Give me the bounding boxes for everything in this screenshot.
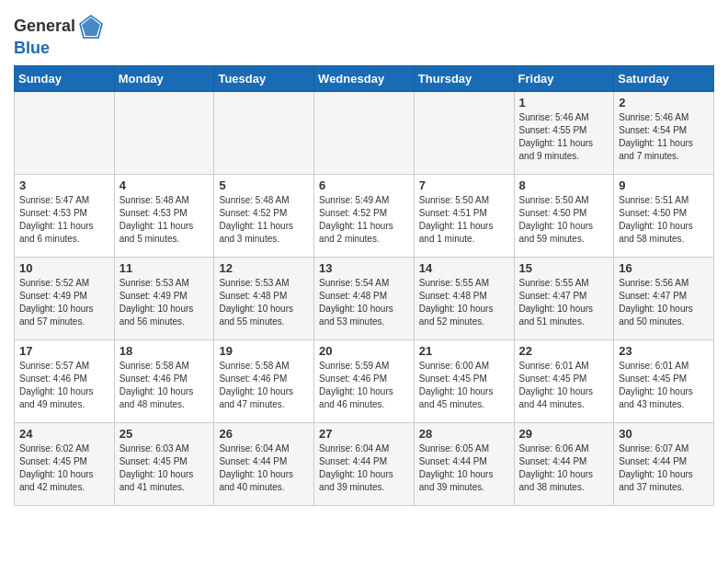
day-info: Sunrise: 5:54 AM Sunset: 4:48 PM Dayligh… [319, 277, 409, 328]
day-info: Sunrise: 5:56 AM Sunset: 4:47 PM Dayligh… [619, 277, 709, 328]
day-info: Sunrise: 5:46 AM Sunset: 4:54 PM Dayligh… [619, 111, 709, 163]
calendar-day-cell: 25Sunrise: 6:03 AM Sunset: 4:45 PM Dayli… [114, 422, 214, 505]
day-number: 19 [219, 344, 309, 358]
weekday-header: Saturday [614, 65, 714, 91]
header: General Blue [14, 9, 714, 58]
calendar-day-cell: 9Sunrise: 5:51 AM Sunset: 4:50 PM Daylig… [614, 174, 714, 257]
day-number: 3 [19, 178, 109, 192]
day-info: Sunrise: 6:04 AM Sunset: 4:44 PM Dayligh… [319, 442, 409, 494]
calendar-day-cell: 6Sunrise: 5:49 AM Sunset: 4:52 PM Daylig… [314, 174, 415, 257]
calendar-day-cell: 27Sunrise: 6:04 AM Sunset: 4:44 PM Dayli… [314, 422, 415, 505]
day-number: 13 [319, 261, 409, 275]
calendar-day-cell: 5Sunrise: 5:48 AM Sunset: 4:52 PM Daylig… [214, 174, 314, 257]
day-info: Sunrise: 5:58 AM Sunset: 4:46 PM Dayligh… [219, 360, 309, 411]
calendar-day-cell: 7Sunrise: 5:50 AM Sunset: 4:51 PM Daylig… [414, 174, 514, 257]
day-number: 26 [219, 427, 309, 441]
calendar-day-cell: 19Sunrise: 5:58 AM Sunset: 4:46 PM Dayli… [214, 339, 314, 422]
calendar-week-row: 10Sunrise: 5:52 AM Sunset: 4:49 PM Dayli… [15, 257, 714, 339]
day-info: Sunrise: 5:47 AM Sunset: 4:53 PM Dayligh… [19, 194, 109, 246]
logo: General Blue [14, 14, 104, 58]
day-info: Sunrise: 6:01 AM Sunset: 4:45 PM Dayligh… [519, 360, 609, 411]
day-info: Sunrise: 6:07 AM Sunset: 4:44 PM Dayligh… [619, 442, 709, 494]
weekday-header: Sunday [15, 65, 115, 91]
weekday-header: Friday [514, 65, 614, 91]
day-number: 4 [119, 178, 210, 192]
calendar-day-cell: 29Sunrise: 6:06 AM Sunset: 4:44 PM Dayli… [514, 422, 614, 505]
day-info: Sunrise: 5:50 AM Sunset: 4:51 PM Dayligh… [419, 194, 509, 246]
day-number: 25 [119, 427, 210, 441]
calendar-day-cell [114, 91, 214, 174]
calendar-day-cell: 8Sunrise: 5:50 AM Sunset: 4:50 PM Daylig… [514, 174, 614, 257]
calendar-day-cell: 4Sunrise: 5:48 AM Sunset: 4:53 PM Daylig… [114, 174, 214, 257]
day-number: 9 [619, 178, 709, 192]
calendar-day-cell: 11Sunrise: 5:53 AM Sunset: 4:49 PM Dayli… [114, 257, 214, 339]
calendar-day-cell: 14Sunrise: 5:55 AM Sunset: 4:48 PM Dayli… [414, 257, 514, 339]
day-info: Sunrise: 6:01 AM Sunset: 4:45 PM Dayligh… [619, 360, 709, 411]
weekday-header: Thursday [414, 65, 514, 91]
calendar-day-cell [15, 91, 115, 174]
day-info: Sunrise: 5:48 AM Sunset: 4:52 PM Dayligh… [219, 194, 309, 246]
day-info: Sunrise: 6:02 AM Sunset: 4:45 PM Dayligh… [19, 442, 109, 494]
day-number: 14 [419, 261, 509, 275]
day-number: 16 [619, 261, 709, 275]
calendar-day-cell: 21Sunrise: 6:00 AM Sunset: 4:45 PM Dayli… [414, 339, 514, 422]
calendar-day-cell: 12Sunrise: 5:53 AM Sunset: 4:48 PM Dayli… [214, 257, 314, 339]
page: General Blue SundayMondayTuesdayWednesda… [0, 0, 728, 520]
day-number: 15 [519, 261, 609, 275]
day-number: 11 [119, 261, 210, 275]
day-number: 29 [519, 427, 609, 441]
day-number: 28 [419, 427, 509, 441]
day-number: 17 [19, 344, 109, 358]
calendar-day-cell: 1Sunrise: 5:46 AM Sunset: 4:55 PM Daylig… [514, 91, 614, 174]
calendar-day-cell: 15Sunrise: 5:55 AM Sunset: 4:47 PM Dayli… [514, 257, 614, 339]
day-number: 2 [619, 96, 709, 109]
calendar-day-cell: 18Sunrise: 5:58 AM Sunset: 4:46 PM Dayli… [114, 339, 214, 422]
day-info: Sunrise: 6:05 AM Sunset: 4:44 PM Dayligh… [419, 442, 509, 494]
day-number: 10 [19, 261, 109, 275]
day-info: Sunrise: 5:52 AM Sunset: 4:49 PM Dayligh… [19, 277, 109, 328]
calendar-day-cell: 3Sunrise: 5:47 AM Sunset: 4:53 PM Daylig… [15, 174, 115, 257]
calendar-day-cell: 26Sunrise: 6:04 AM Sunset: 4:44 PM Dayli… [214, 422, 314, 505]
calendar-day-cell: 16Sunrise: 5:56 AM Sunset: 4:47 PM Dayli… [614, 257, 714, 339]
day-info: Sunrise: 5:48 AM Sunset: 4:53 PM Dayligh… [119, 194, 210, 246]
calendar-day-cell: 10Sunrise: 5:52 AM Sunset: 4:49 PM Dayli… [15, 257, 115, 339]
day-info: Sunrise: 5:57 AM Sunset: 4:46 PM Dayligh… [19, 360, 109, 411]
day-info: Sunrise: 5:51 AM Sunset: 4:50 PM Dayligh… [619, 194, 709, 246]
day-info: Sunrise: 6:04 AM Sunset: 4:44 PM Dayligh… [219, 442, 309, 494]
calendar-day-cell: 23Sunrise: 6:01 AM Sunset: 4:45 PM Dayli… [614, 339, 714, 422]
day-number: 24 [19, 427, 109, 441]
day-info: Sunrise: 5:59 AM Sunset: 4:46 PM Dayligh… [319, 360, 409, 411]
calendar: SundayMondayTuesdayWednesdayThursdayFrid… [14, 65, 714, 506]
day-number: 27 [319, 427, 409, 441]
calendar-day-cell [414, 91, 514, 174]
day-number: 12 [219, 261, 309, 275]
logo-icon [78, 14, 104, 40]
calendar-day-cell: 22Sunrise: 6:01 AM Sunset: 4:45 PM Dayli… [514, 339, 614, 422]
day-info: Sunrise: 5:55 AM Sunset: 4:48 PM Dayligh… [419, 277, 509, 328]
logo-blue-text: Blue [14, 40, 104, 58]
day-number: 8 [519, 178, 609, 192]
calendar-day-cell [314, 91, 415, 174]
day-info: Sunrise: 5:50 AM Sunset: 4:50 PM Dayligh… [519, 194, 609, 246]
day-number: 21 [419, 344, 509, 358]
calendar-day-cell: 30Sunrise: 6:07 AM Sunset: 4:44 PM Dayli… [614, 422, 714, 505]
day-number: 7 [419, 178, 509, 192]
day-info: Sunrise: 5:55 AM Sunset: 4:47 PM Dayligh… [519, 277, 609, 328]
day-info: Sunrise: 5:53 AM Sunset: 4:49 PM Dayligh… [119, 277, 210, 328]
calendar-week-row: 24Sunrise: 6:02 AM Sunset: 4:45 PM Dayli… [15, 422, 714, 505]
day-info: Sunrise: 5:53 AM Sunset: 4:48 PM Dayligh… [219, 277, 309, 328]
weekday-header: Wednesday [314, 65, 415, 91]
day-number: 1 [519, 96, 609, 109]
day-number: 5 [219, 178, 309, 192]
day-number: 30 [619, 427, 709, 441]
day-number: 20 [319, 344, 409, 358]
day-info: Sunrise: 6:03 AM Sunset: 4:45 PM Dayligh… [119, 442, 210, 494]
day-info: Sunrise: 5:49 AM Sunset: 4:52 PM Dayligh… [319, 194, 409, 246]
day-number: 23 [619, 344, 709, 358]
calendar-day-cell: 20Sunrise: 5:59 AM Sunset: 4:46 PM Dayli… [314, 339, 415, 422]
day-info: Sunrise: 5:58 AM Sunset: 4:46 PM Dayligh… [119, 360, 210, 411]
calendar-week-row: 17Sunrise: 5:57 AM Sunset: 4:46 PM Dayli… [15, 339, 714, 422]
day-number: 6 [319, 178, 409, 192]
calendar-day-cell: 2Sunrise: 5:46 AM Sunset: 4:54 PM Daylig… [614, 91, 714, 174]
calendar-day-cell: 17Sunrise: 5:57 AM Sunset: 4:46 PM Dayli… [15, 339, 115, 422]
